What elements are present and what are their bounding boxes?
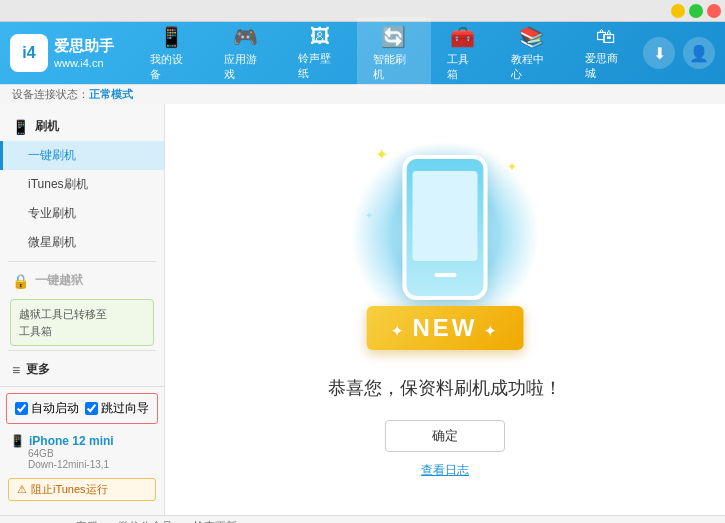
device-info: 📱 iPhone 12 mini 64GB Down-12mini-13,1 (0, 430, 164, 474)
nav-item-mall[interactable]: 🛍 爱思商城 (569, 17, 643, 90)
navbar: i4 爱思助手 www.i4.cn 📱 我的设备 🎮 应用游戏 🖼 铃声壁纸 🔄… (0, 22, 725, 84)
sidebar-section-flash: 📱 刷机 (0, 112, 164, 141)
download-button[interactable]: ⬇ (643, 37, 675, 69)
sidebar-divider-2 (8, 350, 156, 351)
itunes-notice[interactable]: ⚠ 阻止iTunes运行 (8, 478, 156, 501)
confirm-button[interactable]: 确定 (385, 420, 505, 452)
success-illustration: ✦ ✦ ✦ ✦ NEW ✦ (345, 140, 545, 360)
nav-item-tutorial[interactable]: 📚 教程中心 (495, 17, 569, 90)
lock-icon: 🔒 (12, 273, 29, 289)
nav-item-apps[interactable]: 🎮 应用游戏 (208, 17, 282, 90)
toolbox-icon: 🧰 (450, 25, 475, 49)
device-icon: 📱 (159, 25, 184, 49)
phone-container (403, 155, 488, 300)
flash-section-icon: 📱 (12, 119, 29, 135)
main-content: ✦ ✦ ✦ ✦ NEW ✦ 恭喜您，保资料刷机成功啦！ 确定 查看日志 (165, 104, 725, 515)
new-badge: ✦ NEW ✦ (367, 306, 524, 350)
nav-item-smart-flash[interactable]: 🔄 智能刷机 (357, 17, 431, 90)
sidebar: 📱 刷机 一键刷机 iTunes刷机 专业刷机 微星刷机 (0, 104, 165, 515)
sparkle-3: ✦ (365, 210, 373, 221)
sparkle-left: ✦ (391, 323, 413, 339)
apps-icon: 🎮 (233, 25, 258, 49)
wallpaper-icon: 🖼 (310, 25, 330, 48)
tutorial-icon: 📚 (519, 25, 544, 49)
customer-service-link[interactable]: 客服 (76, 519, 98, 523)
sidebar-item-itunes-flash[interactable]: iTunes刷机 (0, 170, 164, 199)
logo-text: 爱思助手 www.i4.cn (54, 35, 114, 71)
sidebar-item-pro-flash[interactable]: 专业刷机 (0, 199, 164, 228)
skip-wizard-input[interactable] (85, 402, 98, 415)
checkbox-row: 自动启动 跳过向导 (6, 393, 158, 424)
nav-items: 📱 我的设备 🎮 应用游戏 🖼 铃声壁纸 🔄 智能刷机 🧰 工具箱 📚 教程中心… (134, 17, 643, 90)
sidebar-section-more: ≡ 更多 (0, 355, 164, 384)
success-message: 恭喜您，保资料刷机成功啦！ (328, 376, 562, 400)
sparkle-1: ✦ (375, 145, 388, 164)
minimize-button[interactable] (671, 4, 685, 18)
check-update-link[interactable]: 检查更新 (193, 519, 237, 523)
phone-body (403, 155, 488, 300)
skip-wizard-checkbox[interactable]: 跳过向导 (85, 400, 149, 417)
nav-item-wallpaper[interactable]: 🖼 铃声壁纸 (282, 17, 356, 90)
more-icon: ≡ (12, 362, 20, 378)
sidebar-item-micro-flash[interactable]: 微星刷机 (0, 228, 164, 257)
sparkle-right: ✦ (478, 323, 500, 339)
nav-right: ⬇ 👤 (643, 37, 715, 69)
user-button[interactable]: 👤 (683, 37, 715, 69)
mall-icon: 🛍 (596, 25, 616, 48)
close-button[interactable] (707, 4, 721, 18)
sidebar-divider-1 (8, 261, 156, 262)
bottombar: V7.98.66 客服 微信公众号 检查更新 (0, 515, 725, 523)
phone-home-btn (434, 273, 456, 277)
phone-icon: 📱 (10, 434, 25, 448)
main-area: 📱 刷机 一键刷机 iTunes刷机 专业刷机 微星刷机 (0, 104, 725, 515)
nav-item-toolbox[interactable]: 🧰 工具箱 (431, 17, 495, 90)
auto-start-input[interactable] (15, 402, 28, 415)
phone-screen (413, 171, 478, 261)
jailbreak-notice: 越狱工具已转移至 工具箱 (10, 299, 154, 346)
flash-icon: 🔄 (381, 25, 406, 49)
sidebar-device-section: 自动启动 跳过向导 📱 iPhone 12 mini 64GB Down-12m… (0, 386, 164, 507)
auto-start-checkbox[interactable]: 自动启动 (15, 400, 79, 417)
sidebar-item-one-key-flash[interactable]: 一键刷机 (0, 141, 164, 170)
logo: i4 爱思助手 www.i4.cn (10, 34, 114, 72)
sparkle-2: ✦ (507, 160, 517, 174)
wechat-link[interactable]: 微信公众号 (118, 519, 173, 523)
sidebar-section-jailbreak: 🔒 一键越狱 (0, 266, 164, 295)
logo-icon: i4 (10, 34, 48, 72)
maximize-button[interactable] (689, 4, 703, 18)
nav-item-my-device[interactable]: 📱 我的设备 (134, 17, 208, 90)
warning-icon: ⚠ (17, 483, 27, 496)
secondary-link[interactable]: 查看日志 (421, 462, 469, 479)
